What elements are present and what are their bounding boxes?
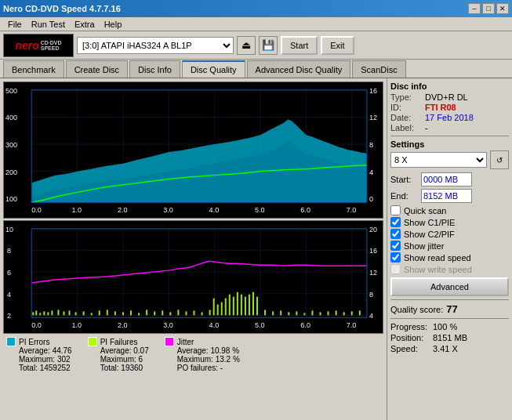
disc-type-row: Type: DVD+R DL [390,92,509,102]
svg-rect-94 [328,311,329,315]
svg-text:200: 200 [5,168,17,176]
svg-rect-34 [4,221,383,333]
start-button[interactable]: Start [281,36,318,55]
svg-text:6: 6 [7,269,11,277]
svg-rect-59 [99,310,100,315]
svg-rect-95 [336,310,337,315]
svg-rect-97 [351,311,353,315]
disc-info-title: Disc info [390,81,509,91]
tab-disc-quality[interactable]: Disc Quality [182,60,245,78]
refresh-icon-btn[interactable]: ↺ [490,150,509,169]
tab-bar: Benchmark Create Disc Disc Info Disc Qua… [0,60,512,78]
svg-rect-88 [280,310,281,315]
show-c2-pif-checkbox[interactable] [390,229,401,239]
menu-run-test[interactable]: Run Test [27,19,70,30]
eject-icon-btn[interactable]: ⏏ [237,36,256,55]
quick-scan-checkbox[interactable] [390,205,401,215]
svg-text:7.0: 7.0 [347,206,357,214]
save-icon-btn[interactable]: 💾 [259,36,278,55]
svg-text:4.0: 4.0 [209,206,220,214]
show-c2-pif-label: Show C2/PIF [404,230,455,239]
legend-area: PI Errors Average: 44.76 Maximum: 302 To… [3,335,383,374]
progress-value: 100 % [433,322,457,331]
svg-rect-69 [177,310,179,315]
menu-help[interactable]: Help [100,19,127,30]
svg-rect-93 [320,312,321,315]
menu-bar: File Run Test Extra Help [0,17,512,31]
show-jitter-checkbox[interactable] [390,241,401,251]
top-chart: 500 400 300 200 100 16 12 8 4 0 0.0 1.0 … [3,81,383,219]
svg-rect-58 [91,313,93,315]
exit-button[interactable]: Exit [321,36,354,55]
svg-rect-87 [272,311,274,315]
disc-label-value: - [425,123,428,132]
main-content: 500 400 300 200 100 16 12 8 4 0 0.0 1.0 … [0,78,512,420]
show-c1-pie-row: Show C1/PIE [390,217,509,227]
end-input[interactable] [421,189,472,203]
quality-score-row: Quality score: 77 [390,303,509,315]
svg-rect-63 [130,310,132,315]
svg-rect-85 [256,297,258,316]
tab-scan-disc[interactable]: ScanDisc [352,60,405,78]
svg-text:2: 2 [7,312,11,320]
svg-rect-56 [75,312,77,315]
svg-rect-79 [233,297,234,316]
minimize-button[interactable]: – [468,3,481,14]
nero-logo: nero CD·DVDSPEED [3,34,74,57]
show-read-speed-label: Show read speed [404,253,471,262]
tab-create-disc[interactable]: Create Disc [66,60,128,78]
svg-text:1.0: 1.0 [72,206,82,214]
svg-rect-89 [288,312,289,315]
drive-select[interactable]: [3:0] ATAPI iHAS324 A BL1P [77,37,234,54]
speed-select[interactable]: 8 X [390,152,487,168]
svg-rect-70 [185,311,187,315]
speed-row: 8 X ↺ [390,150,509,169]
svg-rect-55 [69,310,71,315]
show-c1-pie-checkbox[interactable] [390,217,401,227]
show-read-speed-row: Show read speed [390,252,509,262]
svg-text:3.0: 3.0 [163,206,173,214]
svg-rect-68 [169,312,171,315]
svg-rect-92 [311,310,313,315]
window-title: Nero CD-DVD Speed 4.7.7.16 [3,4,121,13]
show-read-speed-checkbox[interactable] [390,252,401,262]
svg-text:0: 0 [369,195,373,203]
start-row: Start: [390,172,509,186]
svg-rect-67 [162,310,163,315]
show-write-speed-checkbox[interactable] [390,264,401,274]
menu-extra[interactable]: Extra [70,19,100,30]
legend-pi-failures: PI Failures Average: 0.07 Maximum: 6 Tot… [88,337,149,372]
svg-rect-52 [51,310,53,315]
maximize-button[interactable]: □ [482,3,495,14]
svg-text:8: 8 [369,141,373,149]
svg-text:4: 4 [369,312,373,320]
disc-type-value: DVD+R DL [425,92,468,102]
quality-score-value: 77 [446,303,457,315]
position-row: Position: 8151 MB [390,333,509,342]
show-write-speed-label: Show write speed [404,265,472,274]
right-panel: Disc info Type: DVD+R DL ID: FTI R08 Dat… [387,78,512,420]
speed-value: 3.41 X [433,344,458,353]
svg-rect-75 [217,305,219,316]
svg-rect-54 [63,311,64,315]
svg-rect-51 [47,312,49,315]
window-controls: – □ ✕ [468,3,509,14]
svg-text:16: 16 [369,87,377,95]
menu-file[interactable]: File [3,19,27,30]
svg-text:4: 4 [369,168,373,176]
svg-rect-78 [229,295,231,316]
tab-disc-info[interactable]: Disc Info [129,60,180,78]
jitter-stats: Average: 10.98 % Maximum: 13.2 % PO fail… [165,346,240,372]
tab-benchmark[interactable]: Benchmark [3,60,64,78]
advanced-button[interactable]: Advanced [390,277,509,296]
pi-errors-stats: Average: 44.76 Maximum: 302 Total: 14592… [6,346,72,372]
pi-failures-stats: Average: 0.07 Maximum: 6 Total: 19360 [88,346,149,372]
tab-advanced-disc-quality[interactable]: Advanced Disc Quality [247,60,351,78]
start-input[interactable] [421,172,472,186]
end-row: End: [390,189,509,203]
close-button[interactable]: ✕ [496,3,509,14]
svg-text:12: 12 [369,114,377,122]
svg-rect-74 [213,299,215,316]
svg-text:3.0: 3.0 [163,321,173,329]
divider3 [390,318,509,319]
